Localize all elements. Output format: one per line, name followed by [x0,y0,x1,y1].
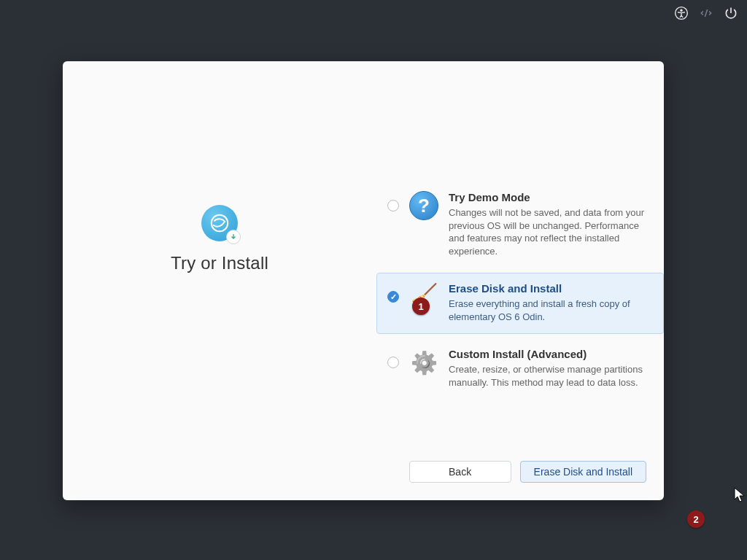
system-tray [674,6,738,20]
power-icon[interactable] [724,6,738,20]
option-custom-install[interactable]: ⚙️ Custom Install (Advanced) Create, res… [376,338,664,400]
left-pane: Try or Install [63,61,376,461]
page-title: Try or Install [171,253,268,273]
option-desc: Changes will not be saved, and data from… [449,206,653,257]
erase-install-button[interactable]: Erase Disk and Install [520,461,646,483]
options-pane: ? Try Demo Mode Changes will not be save… [376,61,664,461]
option-title: Erase Disk and Install [449,282,653,295]
footer-actions: Back Erase Disk and Install [63,461,664,500]
radio-icon[interactable] [387,200,399,211]
cursor-icon [734,487,746,503]
accessibility-icon[interactable] [674,6,689,20]
svg-point-2 [212,215,228,232]
radio-icon[interactable] [387,357,399,368]
option-title: Custom Install (Advanced) [449,348,653,360]
annotation-badge-1: 1 [412,298,430,315]
svg-point-1 [681,9,682,11]
download-badge-icon [226,230,241,244]
help-icon: ? [409,191,438,220]
option-desc: Erase everything and install a fresh cop… [449,298,653,323]
distro-logo [201,205,238,241]
gears-icon: ⚙️ [409,348,438,377]
radio-icon[interactable] [387,291,399,303]
annotation-badge-2: 2 [687,510,705,528]
installer-window: Try or Install ? Try Demo Mode Changes w… [63,61,664,500]
option-desc: Create, resize, or otherwise manage part… [449,363,653,389]
network-disconnected-icon[interactable] [699,6,713,20]
option-try-demo[interactable]: ? Try Demo Mode Changes will not be save… [376,182,664,268]
back-button[interactable]: Back [409,461,511,483]
option-title: Try Demo Mode [449,191,653,203]
